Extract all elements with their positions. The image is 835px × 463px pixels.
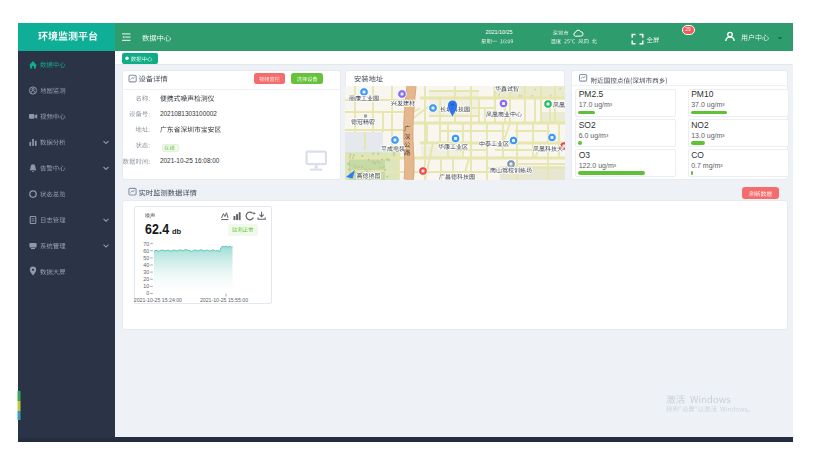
svg-text:60: 60 (143, 248, 149, 254)
svg-text:40: 40 (143, 262, 149, 268)
svg-text:0: 0 (146, 290, 149, 296)
svg-text:2021-10-25 15:55:00: 2021-10-25 15:55:00 (200, 297, 248, 303)
svg-text:10: 10 (143, 283, 149, 289)
svg-text:50: 50 (143, 255, 149, 261)
svg-text:20: 20 (143, 276, 149, 282)
svg-text:70: 70 (143, 241, 149, 247)
svg-text:30: 30 (143, 269, 149, 275)
svg-text:2021-10-25 15:24:00: 2021-10-25 15:24:00 (134, 297, 182, 303)
